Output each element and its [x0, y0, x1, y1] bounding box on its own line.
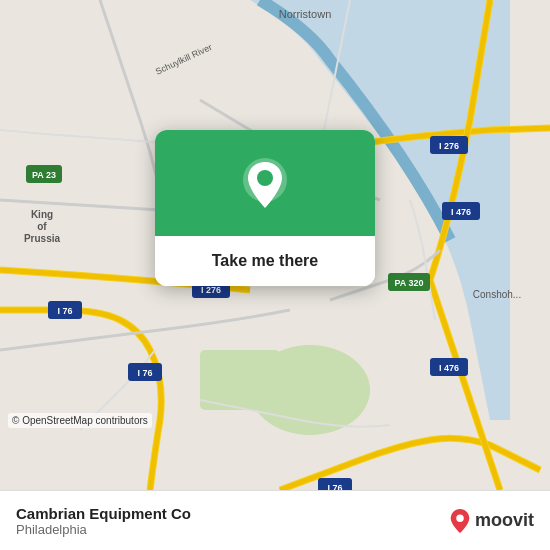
- moovit-label: moovit: [475, 510, 534, 531]
- svg-text:PA 23: PA 23: [32, 170, 56, 180]
- footer-info: Cambrian Equipment Co Philadelphia: [16, 505, 191, 537]
- svg-rect-2: [200, 350, 280, 410]
- svg-text:I 276: I 276: [439, 141, 459, 151]
- svg-point-28: [257, 170, 273, 186]
- svg-point-29: [456, 514, 463, 521]
- take-me-there-button[interactable]: Take me there: [155, 236, 375, 286]
- map-container: I 276 I 276 I 76 I 76 I 76 I 476 I 476 P…: [0, 0, 550, 490]
- svg-text:I 76: I 76: [327, 483, 342, 490]
- footer: Cambrian Equipment Co Philadelphia moovi…: [0, 490, 550, 550]
- svg-text:I 276: I 276: [201, 285, 221, 295]
- popup-card: Take me there: [155, 130, 375, 286]
- copyright-text: © OpenStreetMap contributors: [8, 413, 152, 428]
- svg-text:I 76: I 76: [57, 306, 72, 316]
- svg-text:PA 320: PA 320: [394, 278, 423, 288]
- popup-header: [155, 130, 375, 236]
- svg-text:I 76: I 76: [137, 368, 152, 378]
- svg-text:Prussia: Prussia: [24, 233, 61, 244]
- svg-text:Norristown: Norristown: [279, 8, 332, 20]
- svg-text:Conshoh...: Conshoh...: [473, 289, 521, 300]
- moovit-logo: moovit: [449, 508, 534, 534]
- location-pin-icon: [240, 158, 290, 216]
- svg-text:of: of: [37, 221, 47, 232]
- moovit-pin-icon: [449, 508, 471, 534]
- svg-text:King: King: [31, 209, 53, 220]
- svg-text:I 476: I 476: [439, 363, 459, 373]
- svg-text:I 476: I 476: [451, 207, 471, 217]
- place-subtitle: Philadelphia: [16, 522, 191, 537]
- place-title: Cambrian Equipment Co: [16, 505, 191, 522]
